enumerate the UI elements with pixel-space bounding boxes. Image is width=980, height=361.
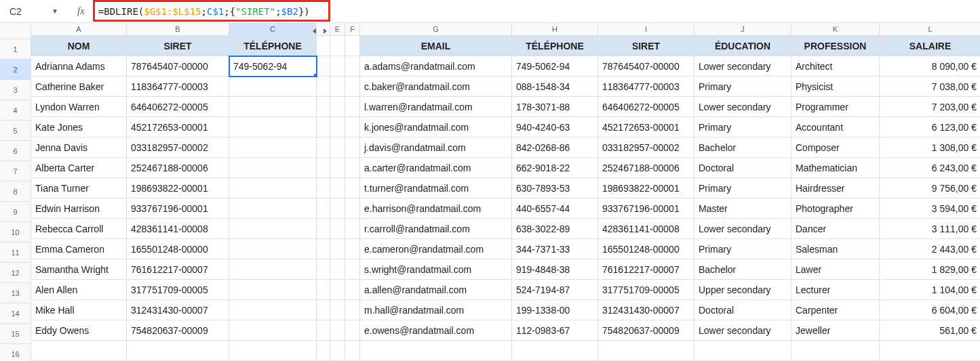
cell-B16[interactable] (127, 341, 229, 361)
cell-E[interactable] (330, 137, 345, 158)
cell-siret-right[interactable]: 165501248-00000 (598, 239, 694, 259)
col-header-B[interactable]: B (127, 23, 229, 36)
cell-nom[interactable]: Rebecca Carroll (31, 219, 127, 239)
row-header-10[interactable]: 10 (0, 222, 31, 242)
cell-education[interactable]: Bachelor (694, 259, 791, 280)
cell-email[interactable]: m.hall@randatmail.com (360, 300, 512, 320)
header-profession[interactable]: PROFESSION (791, 36, 880, 56)
cell-salaire[interactable]: 6 123,00 € (880, 117, 980, 137)
cell-education[interactable]: Lower secondary (694, 219, 791, 239)
col-header-C[interactable]: C (229, 23, 317, 36)
cell-D[interactable] (317, 259, 330, 280)
cell-nom[interactable]: Kate Jones (31, 117, 127, 137)
cell-E16[interactable] (330, 341, 345, 361)
cell-D[interactable] (317, 280, 330, 300)
cell-telephone-left[interactable] (229, 117, 317, 137)
cell-email[interactable]: r.carroll@randatmail.com (360, 219, 512, 239)
cell-siret-right[interactable]: 761612217-00007 (598, 259, 694, 280)
cell-salaire[interactable]: 6 243,00 € (880, 158, 980, 178)
cell-telephone-right[interactable]: 842-0268-86 (512, 137, 598, 158)
row-header-13[interactable]: 13 (0, 283, 31, 303)
cell-email[interactable]: e.cameron@randatmail.com (360, 239, 512, 259)
cell-E[interactable] (330, 56, 345, 77)
cell-E[interactable] (330, 117, 345, 137)
cell-telephone-right[interactable]: 749-5062-94 (512, 56, 598, 77)
row-header-14[interactable]: 14 (0, 303, 31, 324)
cell-salaire[interactable]: 6 604,00 € (880, 300, 980, 320)
cell-siret-right[interactable]: 787645407-00000 (598, 56, 694, 77)
cell-D[interactable] (317, 137, 330, 158)
cell-G16[interactable] (360, 341, 512, 361)
cell-E[interactable] (330, 97, 345, 117)
cell-education[interactable]: Doctoral (694, 158, 791, 178)
row-header-11[interactable]: 11 (0, 242, 31, 263)
col-header-K[interactable]: K (791, 23, 880, 36)
cell-telephone-left[interactable] (229, 280, 317, 300)
cell-email[interactable]: e.owens@randatmail.com (360, 320, 512, 341)
cell-D[interactable] (317, 239, 330, 259)
select-all-corner[interactable] (0, 23, 31, 39)
cell-nom[interactable]: Catherine Baker (31, 77, 127, 97)
cell-E[interactable] (330, 239, 345, 259)
cell-email[interactable]: a.adams@randatmail.com (360, 56, 512, 77)
cell-F[interactable] (345, 280, 360, 300)
cell-D[interactable] (317, 300, 330, 320)
cell-telephone-left[interactable] (229, 137, 317, 158)
cell-F[interactable] (345, 198, 360, 219)
cell-education[interactable]: Primary (694, 178, 791, 198)
cell-nom[interactable]: Mike Hall (31, 300, 127, 320)
row-header-4[interactable]: 4 (0, 100, 31, 121)
cell-siret-right[interactable]: 317751709-00005 (598, 280, 694, 300)
cell-nom[interactable]: Jenna Davis (31, 137, 127, 158)
cell-L16[interactable] (880, 341, 980, 361)
cell-siret-left[interactable]: 933767196-00001 (127, 198, 229, 219)
col-header-L[interactable]: L (880, 23, 980, 36)
cell-F[interactable] (345, 97, 360, 117)
cell-siret-right[interactable]: 198693822-00001 (598, 178, 694, 198)
row-header-12[interactable]: 12 (0, 263, 31, 283)
cell-siret-left[interactable]: 754820637-00009 (127, 320, 229, 341)
cell-nom[interactable]: Samantha Wright (31, 259, 127, 280)
cell-education[interactable]: Primary (694, 239, 791, 259)
cell-siret-right[interactable]: 252467188-00006 (598, 158, 694, 178)
name-box-dropdown-icon[interactable]: ▼ (52, 7, 58, 15)
row-header-1[interactable]: 1 (0, 39, 31, 60)
cell-telephone-left[interactable] (229, 97, 317, 117)
cell-E[interactable] (330, 300, 345, 320)
cell-D16[interactable] (317, 341, 330, 361)
cell-salaire[interactable]: 3 111,00 € (880, 219, 980, 239)
cell-education[interactable]: Lower secondary (694, 97, 791, 117)
cell-telephone-left[interactable] (229, 320, 317, 341)
col-header-J[interactable]: J (694, 23, 791, 36)
cell-siret-left[interactable]: 198693822-00001 (127, 178, 229, 198)
cell-siret-right[interactable]: 312431430-00007 (598, 300, 694, 320)
cell-telephone-right[interactable]: 088-1548-34 (512, 77, 598, 97)
cell-A16[interactable] (31, 341, 127, 361)
cell-E[interactable] (330, 158, 345, 178)
cell-E[interactable] (330, 280, 345, 300)
cell-E[interactable] (330, 259, 345, 280)
cell-profession[interactable]: Salesman (791, 239, 880, 259)
cell-telephone-left[interactable]: 749-5062-94 (229, 56, 317, 77)
cell-D[interactable] (317, 219, 330, 239)
cell-F1[interactable] (345, 36, 360, 56)
cell-D[interactable] (317, 77, 330, 97)
cell-nom[interactable]: Edwin Harrison (31, 198, 127, 219)
cell-siret-left[interactable]: 761612217-00007 (127, 259, 229, 280)
cell-nom[interactable]: Tiana Turner (31, 178, 127, 198)
cell-siret-right[interactable]: 428361141-00008 (598, 219, 694, 239)
row-header-5[interactable]: 5 (0, 121, 31, 141)
header-nom[interactable]: NOM (31, 36, 127, 56)
header-siret-right[interactable]: SIRET (598, 36, 694, 56)
row-header-3[interactable]: 3 (0, 80, 31, 100)
cell-salaire[interactable]: 1 308,00 € (880, 137, 980, 158)
cell-education[interactable]: Master (694, 198, 791, 219)
cell-siret-right[interactable]: 754820637-00009 (598, 320, 694, 341)
cell-F16[interactable] (345, 341, 360, 361)
cell-profession[interactable]: Carpenter (791, 300, 880, 320)
cell-profession[interactable]: Architect (791, 56, 880, 77)
cell-D[interactable] (317, 198, 330, 219)
cell-profession[interactable]: Lecturer (791, 280, 880, 300)
cell-telephone-left[interactable] (229, 219, 317, 239)
cell-profession[interactable]: Mathematician (791, 158, 880, 178)
